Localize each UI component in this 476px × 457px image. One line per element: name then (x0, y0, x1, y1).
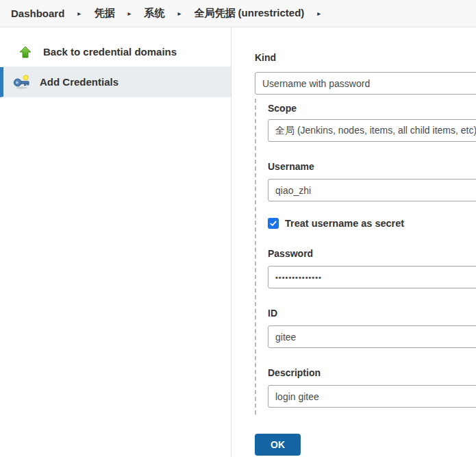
breadcrumb-item-credentials[interactable]: 凭据 (94, 7, 114, 20)
description-input[interactable] (268, 385, 476, 408)
kind-select[interactable]: Username with password (255, 72, 476, 95)
id-input[interactable] (268, 325, 476, 348)
chevron-right-icon[interactable]: ▸ (317, 10, 321, 17)
arrow-up-icon (16, 44, 34, 60)
page: Dashboard ▸ 凭据 ▸ 系统 ▸ 全局凭据 (unrestricted… (0, 0, 476, 457)
sidebar-item-back-to-credential-domains[interactable]: Back to credential domains (0, 37, 231, 67)
treat-username-as-secret-row: Treat username as secret (268, 218, 476, 229)
content-area: Back to credential domains Add Credentia… (0, 27, 476, 457)
breadcrumb-item-dashboard[interactable]: Dashboard (11, 8, 64, 19)
sidebar-item-label: Add Credentials (40, 76, 118, 88)
scope-label: Scope (268, 101, 476, 115)
breadcrumb-item-system[interactable]: 系统 (144, 7, 164, 20)
id-label: ID (268, 306, 476, 320)
treat-username-checkbox[interactable] (268, 218, 279, 229)
key-icon (13, 74, 31, 90)
breadcrumb-item-global-credentials[interactable]: 全局凭据 (unrestricted) (194, 7, 304, 20)
treat-username-checkbox-label[interactable]: Treat username as secret (285, 218, 404, 229)
chevron-right-icon: ▸ (177, 10, 181, 17)
ok-button[interactable]: OK (255, 434, 301, 456)
username-label: Username (268, 160, 476, 173)
breadcrumb-bar: Dashboard ▸ 凭据 ▸ 系统 ▸ 全局凭据 (unrestricted… (0, 0, 476, 27)
description-label: Description (268, 366, 476, 380)
sidebar: Back to credential domains Add Credentia… (0, 27, 231, 457)
kind-label: Kind (255, 51, 476, 64)
credential-details-section: Scope 全局 (Jenkins, nodes, items, all chi… (255, 99, 476, 415)
breadcrumb: Dashboard ▸ 凭据 ▸ 系统 ▸ 全局凭据 (unrestricted… (11, 7, 321, 20)
scope-select[interactable]: 全局 (Jenkins, nodes, items, all child ite… (268, 119, 476, 142)
chevron-right-icon: ▸ (77, 10, 81, 17)
sidebar-item-label: Back to credential domains (43, 46, 177, 58)
username-input[interactable] (268, 179, 476, 201)
sidebar-item-add-credentials[interactable]: Add Credentials (0, 67, 231, 97)
password-input[interactable] (268, 266, 476, 288)
password-label: Password (268, 247, 476, 260)
add-credentials-form: Kind Username with password Scope 全局 (Je… (231, 27, 476, 457)
chevron-right-icon: ▸ (127, 10, 131, 17)
